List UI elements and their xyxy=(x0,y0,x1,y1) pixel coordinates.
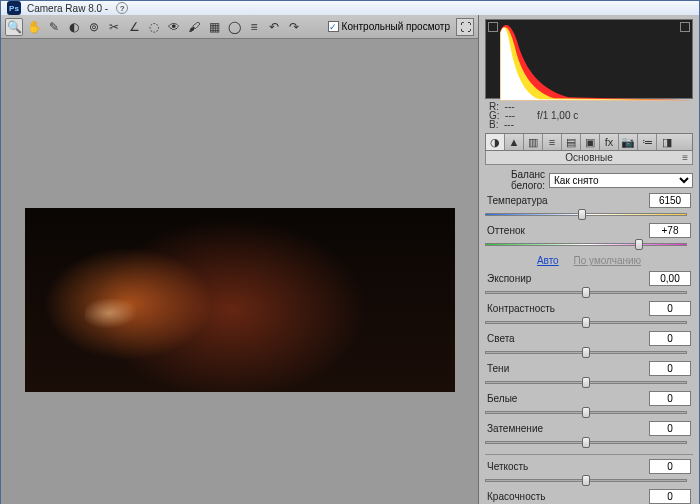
tab-lens[interactable]: ▣ xyxy=(581,134,600,150)
contrast-value[interactable] xyxy=(649,301,691,316)
exposure-value[interactable] xyxy=(649,271,691,286)
radial-filter-icon[interactable]: ◯ xyxy=(225,18,243,36)
redeye-tool-icon[interactable]: 👁 xyxy=(165,18,183,36)
auto-link[interactable]: Авто xyxy=(537,255,559,266)
tab-snapshots[interactable]: ◨ xyxy=(657,134,676,150)
whites-thumb[interactable] xyxy=(582,407,590,418)
image-preview[interactable] xyxy=(25,208,455,392)
tab-basic[interactable]: ◑ xyxy=(486,134,505,150)
tab-split[interactable]: ▤ xyxy=(562,134,581,150)
hand-tool-icon[interactable]: ✋ xyxy=(25,18,43,36)
spot-removal-icon[interactable]: ◌ xyxy=(145,18,163,36)
shadows-value[interactable] xyxy=(649,361,691,376)
targeted-adjust-icon[interactable]: ⊚ xyxy=(85,18,103,36)
preview-checkbox[interactable]: ✓ xyxy=(328,21,339,32)
app-window: Ps Camera Raw 8.0 - ? 🔍 ✋ ✎ ◐ ⊚ ✂ ∠ ◌ 👁 … xyxy=(0,0,700,504)
toolbar: 🔍 ✋ ✎ ◐ ⊚ ✂ ∠ ◌ 👁 🖌 ▦ ◯ ≡ ↶ ↷ xyxy=(1,15,478,39)
exposure-thumb[interactable] xyxy=(582,287,590,298)
exposure-readout: f/1 1,00 c xyxy=(537,110,578,121)
settings-pane: R: --- G: --- B: --- f/1 1,00 c ◑ ▲ ▥ ≡ … xyxy=(479,15,699,504)
straighten-tool-icon[interactable]: ∠ xyxy=(125,18,143,36)
default-link[interactable]: По умолчанию xyxy=(573,255,641,266)
slider-tint: Оттенок xyxy=(485,223,693,252)
window-title: Camera Raw 8.0 - xyxy=(27,3,108,14)
clarity-thumb[interactable] xyxy=(582,475,590,486)
tab-detail[interactable]: ▥ xyxy=(524,134,543,150)
panel-tabs: ◑ ▲ ▥ ≡ ▤ ▣ fx 📷 ≔ ◨ xyxy=(485,133,693,151)
tab-curve[interactable]: ▲ xyxy=(505,134,524,150)
title-bar: Ps Camera Raw 8.0 - ? xyxy=(1,1,699,15)
highlights-value[interactable] xyxy=(649,331,691,346)
fullscreen-icon[interactable]: ⛶ xyxy=(456,18,474,36)
graduated-filter-icon[interactable]: ▦ xyxy=(205,18,223,36)
wb-label: Баланс белого: xyxy=(485,169,549,191)
info-readout: R: --- G: --- B: --- f/1 1,00 c xyxy=(479,99,699,133)
tab-fx[interactable]: fx xyxy=(600,134,619,150)
blacks-thumb[interactable] xyxy=(582,437,590,448)
rotate-cw-icon[interactable]: ↷ xyxy=(285,18,303,36)
tab-camera[interactable]: 📷 xyxy=(619,134,638,150)
whites-value[interactable] xyxy=(649,391,691,406)
app-icon: Ps xyxy=(7,1,21,15)
preferences-icon[interactable]: ≡ xyxy=(245,18,263,36)
temperature-value[interactable] xyxy=(649,193,691,208)
slider-temperature: Температура xyxy=(485,193,693,222)
histogram[interactable] xyxy=(485,19,693,99)
highlights-thumb[interactable] xyxy=(582,347,590,358)
adjustment-brush-icon[interactable]: 🖌 xyxy=(185,18,203,36)
tab-presets[interactable]: ≔ xyxy=(638,134,657,150)
crop-tool-icon[interactable]: ✂ xyxy=(105,18,123,36)
rotate-ccw-icon[interactable]: ↶ xyxy=(265,18,283,36)
white-balance-tool-icon[interactable]: ✎ xyxy=(45,18,63,36)
clarity-value[interactable] xyxy=(649,459,691,474)
wb-select[interactable]: Как снято xyxy=(549,173,693,188)
tint-value[interactable] xyxy=(649,223,691,238)
preview-label: Контрольный просмотр xyxy=(342,21,450,32)
rgb-readout: R: --- G: --- B: --- xyxy=(489,102,515,129)
zoom-tool-icon[interactable]: 🔍 xyxy=(5,18,23,36)
shadows-thumb[interactable] xyxy=(582,377,590,388)
color-sampler-icon[interactable]: ◐ xyxy=(65,18,83,36)
help-icon[interactable]: ? xyxy=(116,2,128,14)
temperature-thumb[interactable] xyxy=(578,209,586,220)
tab-hsl[interactable]: ≡ xyxy=(543,134,562,150)
tint-thumb[interactable] xyxy=(635,239,643,250)
blacks-value[interactable] xyxy=(649,421,691,436)
preview-pane: 🔍 ✋ ✎ ◐ ⊚ ✂ ∠ ◌ 👁 🖌 ▦ ◯ ≡ ↶ ↷ xyxy=(1,15,479,504)
contrast-thumb[interactable] xyxy=(582,317,590,328)
panel-title: Основные xyxy=(485,151,693,165)
vibrance-value[interactable] xyxy=(649,489,691,504)
